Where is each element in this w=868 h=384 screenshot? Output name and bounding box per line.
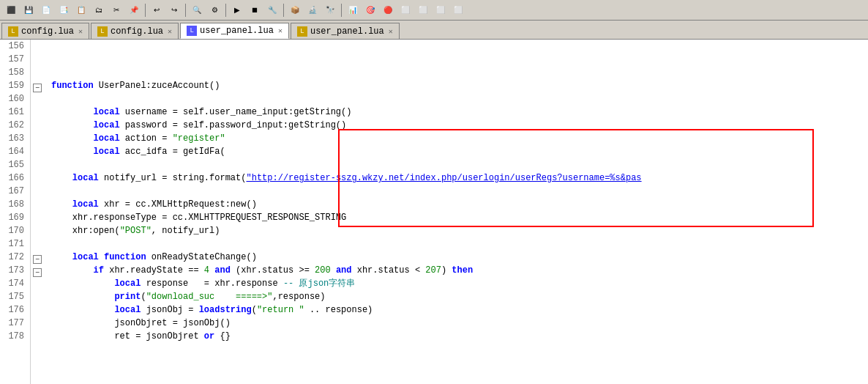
token: -- 原json字符串 xyxy=(283,278,355,289)
token xyxy=(99,252,104,262)
tab-close-3[interactable]: ✕ xyxy=(278,26,283,35)
toolbar-btn-12[interactable]: ⚙ xyxy=(206,2,222,18)
code-line xyxy=(51,40,862,53)
token: .. response) xyxy=(304,305,373,315)
toolbar-sep-5 xyxy=(341,4,342,17)
code-line: function UserPanel:zuceAccount() xyxy=(51,79,862,92)
token xyxy=(51,278,114,289)
tab-config-1[interactable]: L config.lua ✕ xyxy=(1,23,89,39)
gutter-cell xyxy=(31,330,45,343)
code-line: xhr.responseType = cc.XMLHTTPREQUEST_RES… xyxy=(51,211,862,224)
code-area[interactable]: function UserPanel:zuceAccount() local u… xyxy=(45,40,868,384)
toolbar-btn-21[interactable]: 🔴 xyxy=(380,2,396,18)
token: local xyxy=(72,252,99,262)
tab-label-2: config.lua xyxy=(111,26,163,37)
toolbar-btn-4[interactable]: 📑 xyxy=(56,2,72,18)
toolbar-btn-16[interactable]: 📦 xyxy=(287,2,303,18)
line-number: 178 xyxy=(3,330,24,343)
toolbar-btn-3[interactable]: 📄 xyxy=(38,2,54,18)
gutter-cell xyxy=(31,119,45,132)
token: jsonObj = xyxy=(141,305,198,315)
line-number: 161 xyxy=(3,106,24,119)
line-number: 166 xyxy=(3,171,24,185)
fold-marker[interactable]: − xyxy=(33,268,42,277)
toolbar-btn-23[interactable]: ⬜ xyxy=(415,2,431,18)
toolbar-btn-22[interactable]: ⬜ xyxy=(397,2,414,18)
token: ( xyxy=(141,292,146,302)
line-number: 156 xyxy=(3,40,24,53)
gutter-cell: − xyxy=(31,251,45,264)
tab-close-4[interactable]: ✕ xyxy=(389,27,393,36)
toolbar-btn-9[interactable]: ↩ xyxy=(149,2,165,18)
toolbar-btn-25[interactable]: ⬜ xyxy=(450,2,466,18)
code-line: local xhr = cc.XMLHttpRequest:new() xyxy=(51,198,862,211)
tab-close-1[interactable]: ✕ xyxy=(78,27,83,36)
line-number: 159 xyxy=(3,79,24,92)
line-number: 167 xyxy=(3,185,24,198)
tab-user-panel-2[interactable]: L user_panel.lua ✕ xyxy=(291,23,400,39)
token: local xyxy=(114,278,141,289)
toolbar-sep-2 xyxy=(185,4,186,17)
toolbar-btn-17[interactable]: 🔬 xyxy=(304,2,321,18)
toolbar-btn-2[interactable]: 💾 xyxy=(20,2,37,18)
toolbar-btn-8[interactable]: 📌 xyxy=(126,2,142,18)
line-number: 158 xyxy=(3,66,24,79)
code-line: local password = self.password_input:get… xyxy=(51,119,862,132)
toolbar-btn-6[interactable]: 🗂 xyxy=(91,2,107,18)
code-line xyxy=(51,237,862,251)
token: 4 xyxy=(204,265,209,276)
code-line: jsonObjret = jsonObj() xyxy=(51,317,862,330)
token xyxy=(51,133,94,144)
token: "return " xyxy=(257,305,304,315)
gutter-cell xyxy=(31,277,45,290)
line-number: 160 xyxy=(3,92,24,106)
tab-user-panel-1[interactable]: L user_panel.lua ✕ xyxy=(180,23,289,39)
code-line: local action = "register" xyxy=(51,132,862,145)
toolbar-btn-7[interactable]: ✂ xyxy=(108,2,124,18)
code-line: local jsonObj = loadstring("return " .. … xyxy=(51,303,862,317)
token: local xyxy=(114,305,141,315)
gutter-cell xyxy=(31,171,45,185)
token: print xyxy=(114,292,141,302)
code-line xyxy=(51,185,862,198)
toolbar-sep-4 xyxy=(283,4,284,17)
token xyxy=(51,173,72,183)
toolbar-btn-19[interactable]: 📊 xyxy=(345,2,361,18)
token: ) xyxy=(441,265,452,276)
tabs-bar: L config.lua ✕ L config.lua ✕ L user_pan… xyxy=(0,21,868,40)
toolbar-btn-11[interactable]: 🔍 xyxy=(189,2,205,18)
toolbar-btn-15[interactable]: 🔧 xyxy=(264,2,280,18)
token: UserPanel:zuceAccount() xyxy=(99,81,220,91)
fold-marker[interactable]: − xyxy=(33,84,42,92)
token: local xyxy=(94,107,120,117)
token: "http://register-sszg.wkzy.net/index.php… xyxy=(246,173,641,183)
gutter-cell xyxy=(31,211,45,224)
line-number: 170 xyxy=(3,224,24,237)
line-number: 177 xyxy=(3,317,24,330)
code-line: print("download_suc =====>",response) xyxy=(51,290,862,303)
gutter-cell xyxy=(31,132,45,145)
gutter-cell xyxy=(31,198,45,211)
toolbar-btn-18[interactable]: 🔭 xyxy=(322,2,338,18)
tab-label-1: config.lua xyxy=(21,26,74,37)
toolbar-btn-5[interactable]: 📋 xyxy=(73,2,89,18)
line-numbers: 1561571581591601611621631641651661671681… xyxy=(0,40,31,384)
tab-close-2[interactable]: ✕ xyxy=(168,27,172,36)
toolbar-btn-20[interactable]: 🎯 xyxy=(362,2,378,18)
toolbar-btn-1[interactable]: ⬛ xyxy=(3,2,19,18)
token: function xyxy=(104,252,146,262)
gutter-cell xyxy=(31,92,45,106)
token xyxy=(331,265,336,276)
fold-marker[interactable]: − xyxy=(33,255,42,264)
toolbar-btn-24[interactable]: ⬜ xyxy=(433,2,449,18)
line-number: 174 xyxy=(3,277,24,290)
line-number: 162 xyxy=(3,119,24,132)
gutter-cell: − xyxy=(31,79,45,92)
tab-icon-4: L xyxy=(297,26,307,37)
toolbar-btn-14[interactable]: ⏹ xyxy=(247,2,263,18)
toolbar-btn-10[interactable]: ↪ xyxy=(166,2,182,18)
line-number: 172 xyxy=(3,251,24,264)
toolbar-btn-13[interactable]: ▶ xyxy=(229,2,245,18)
token xyxy=(51,265,94,276)
tab-config-2[interactable]: L config.lua ✕ xyxy=(91,23,179,39)
